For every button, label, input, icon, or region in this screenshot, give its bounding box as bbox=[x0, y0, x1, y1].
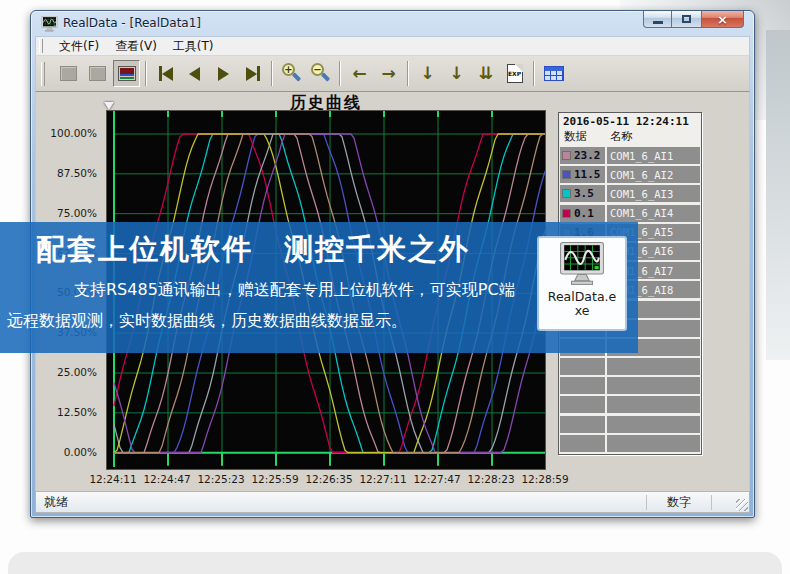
name-cell bbox=[607, 396, 700, 413]
zoom-in-icon: + bbox=[281, 63, 302, 84]
table-row-empty[interactable] bbox=[560, 377, 700, 394]
value-cell bbox=[560, 435, 605, 452]
cursor-timestamp: 2016-05-11 12:24:11 bbox=[559, 113, 701, 129]
column-header-data: 数据 bbox=[564, 129, 587, 144]
window-title: RealData - [RealData1] bbox=[63, 16, 201, 30]
resize-grip[interactable] bbox=[736, 499, 748, 511]
table-row-empty[interactable] bbox=[560, 396, 700, 413]
pan-left-icon: ← bbox=[352, 65, 366, 82]
toolbar-separator bbox=[533, 61, 535, 86]
close-button[interactable]: × bbox=[701, 11, 744, 28]
value-cell: 3.5 bbox=[560, 185, 605, 202]
value-cell bbox=[560, 358, 605, 375]
statusbar-divider bbox=[711, 495, 712, 510]
menu-view[interactable]: 查看(V) bbox=[107, 37, 165, 56]
status-mode-text: 数字 bbox=[650, 494, 708, 511]
step-forward-button[interactable] bbox=[210, 60, 237, 87]
series-value: 0.1 bbox=[574, 207, 594, 220]
y-tick-label: 0.00% bbox=[64, 446, 97, 458]
realdata-exe-desktop-icon[interactable]: RealData.e xe bbox=[538, 237, 626, 330]
x-tick-label: 12:27:47 bbox=[410, 473, 464, 485]
blank-icon bbox=[89, 66, 106, 81]
value-cell: 23.2 bbox=[560, 147, 605, 164]
pan-right-icon: → bbox=[381, 65, 395, 82]
x-axis-labels: 12:24:1112:24:4712:25:2312:25:5912:26:35… bbox=[106, 473, 546, 487]
step-back-button[interactable] bbox=[181, 60, 208, 87]
menu-bar: 文件(F) 查看(V) 工具(T) bbox=[35, 36, 750, 56]
name-cell: COM1_6_AI1 bbox=[607, 147, 700, 164]
status-bar: 就绪 数字 bbox=[35, 491, 750, 513]
zoom-in-button[interactable]: + bbox=[278, 60, 305, 87]
column-header-name: 名称 bbox=[610, 129, 633, 144]
series-color-swatch-icon bbox=[562, 151, 571, 160]
value-cell bbox=[560, 396, 605, 413]
step-down-alt-button[interactable]: ↓ bbox=[443, 60, 470, 87]
seek-first-button[interactable] bbox=[152, 60, 179, 87]
seek-last-button[interactable] bbox=[239, 60, 266, 87]
blank-icon bbox=[60, 66, 77, 81]
down-arrow-icon: ↓ bbox=[420, 65, 434, 82]
step-down-button[interactable]: ↓ bbox=[414, 60, 441, 87]
table-row-empty[interactable] bbox=[560, 435, 700, 452]
background-photo-edge bbox=[766, 30, 790, 360]
menubar-gripper[interactable] bbox=[39, 39, 43, 53]
background-card-band bbox=[8, 552, 782, 574]
table-row-COM1_6_AI3[interactable]: 3.5COM1_6_AI3 bbox=[560, 185, 700, 202]
slider-marker-icon[interactable] bbox=[104, 102, 114, 110]
exe-label-line1: RealData.e bbox=[539, 290, 625, 304]
banner-heading: 配套上位机软件 测控千米之外 bbox=[36, 230, 470, 270]
x-tick-label: 12:25:23 bbox=[194, 473, 248, 485]
export-icon: EXP bbox=[507, 64, 523, 83]
zoom-out-button[interactable]: − bbox=[307, 60, 334, 87]
x-tick-label: 12:24:11 bbox=[86, 473, 140, 485]
pan-left-button[interactable]: ← bbox=[346, 60, 373, 87]
minimize-button[interactable] bbox=[643, 11, 672, 28]
series-value: 3.5 bbox=[574, 187, 594, 200]
name-cell: COM1_6_AI4 bbox=[607, 205, 700, 222]
table-grid-icon bbox=[544, 66, 564, 81]
monitor-waveform-icon bbox=[559, 242, 605, 286]
toolbar-button-2[interactable] bbox=[84, 60, 111, 87]
name-cell: COM1_6_AI3 bbox=[607, 185, 700, 202]
toolbar-separator bbox=[145, 61, 147, 86]
pan-right-button[interactable]: → bbox=[375, 60, 402, 87]
export-button[interactable]: EXP bbox=[501, 60, 528, 87]
table-row-empty[interactable] bbox=[560, 358, 700, 375]
x-tick-label: 12:28:59 bbox=[518, 473, 572, 485]
toolbar: + − ← → ↓ ↓ ⇊ EXP bbox=[35, 56, 750, 92]
name-cell bbox=[607, 377, 700, 394]
name-cell bbox=[607, 435, 700, 452]
toolbar-separator bbox=[339, 61, 341, 86]
toolbar-separator bbox=[271, 61, 273, 86]
step-back-icon bbox=[189, 67, 200, 81]
maximize-button[interactable] bbox=[672, 11, 701, 28]
page-down-button[interactable]: ⇊ bbox=[472, 60, 499, 87]
menu-file[interactable]: 文件(F) bbox=[51, 37, 107, 56]
double-down-arrow-icon: ⇊ bbox=[478, 65, 492, 82]
statusbar-divider bbox=[646, 495, 647, 510]
table-row-COM1_6_AI1[interactable]: 23.2COM1_6_AI1 bbox=[560, 147, 700, 164]
table-row-COM1_6_AI2[interactable]: 11.5COM1_6_AI2 bbox=[560, 166, 700, 183]
history-curve-icon bbox=[118, 66, 136, 81]
history-curve-view-button[interactable] bbox=[113, 60, 140, 87]
y-tick-label: 75.00% bbox=[57, 207, 97, 219]
data-table-button[interactable] bbox=[540, 60, 567, 87]
value-cell: 0.1 bbox=[560, 205, 605, 222]
y-tick-label: 25.00% bbox=[57, 366, 97, 378]
table-row-COM1_6_AI4[interactable]: 0.1COM1_6_AI4 bbox=[560, 205, 700, 222]
maximize-icon bbox=[682, 15, 691, 23]
table-row-empty[interactable] bbox=[560, 416, 700, 433]
seek-last-icon bbox=[246, 67, 257, 81]
value-cell: 11.5 bbox=[560, 166, 605, 183]
y-tick-label: 12.50% bbox=[57, 406, 97, 418]
series-color-swatch-icon bbox=[562, 209, 571, 218]
title-bar[interactable]: RealData - [RealData1] × bbox=[35, 11, 750, 36]
toolbar-button-1[interactable] bbox=[55, 60, 82, 87]
x-tick-label: 12:27:11 bbox=[356, 473, 410, 485]
series-color-swatch-icon bbox=[562, 170, 571, 179]
menu-tools[interactable]: 工具(T) bbox=[165, 37, 222, 56]
down-arrow-icon: ↓ bbox=[449, 65, 463, 82]
minimize-icon bbox=[653, 21, 663, 24]
name-cell bbox=[607, 358, 700, 375]
toolbar-gripper[interactable] bbox=[41, 62, 45, 86]
